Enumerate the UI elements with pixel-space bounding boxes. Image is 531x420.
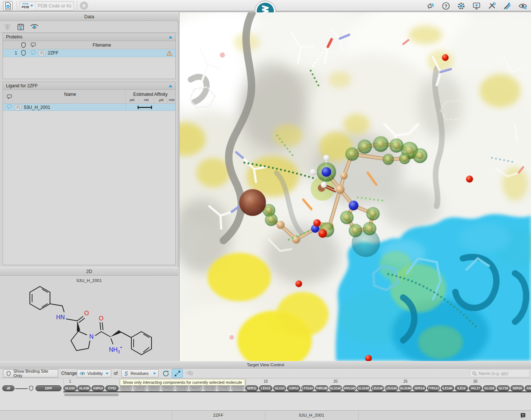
name-column-header: Name	[14, 92, 126, 97]
protein-row[interactable]: 1 2ZFF	[3, 49, 175, 57]
residue-pill[interactable]: ASP21	[525, 385, 531, 391]
residues-dropdown[interactable]: Residues	[121, 369, 159, 377]
residue-pill[interactable]: LYS9	[217, 385, 231, 391]
properties-list-icon[interactable]	[15, 104, 21, 110]
residue-pill-track: GLU1CALA1BASP1ACYS1GLY2LEU3ARG4PRO5LEU6P…	[0, 385, 531, 392]
ligand-row[interactable]: 53U_H_2001	[3, 104, 175, 111]
tools-icon[interactable]	[488, 2, 496, 10]
ruler-tick: 15	[263, 379, 268, 383]
residue-pill[interactable]: GLU14H	[399, 385, 412, 391]
tooltip: Show only interacting components for cur…	[120, 379, 245, 386]
residue-pill[interactable]: GLY19	[497, 385, 510, 391]
affinity-range-bar	[137, 105, 153, 110]
residue-pill[interactable]: GLU18	[483, 385, 496, 391]
residue-pill[interactable]: GLU13	[273, 385, 287, 391]
shield-icon[interactable]	[21, 50, 26, 56]
residues-label: Residues	[131, 371, 149, 376]
show-interacting-button[interactable]	[172, 369, 183, 378]
data-panel-header: Data	[0, 12, 178, 21]
ligand-name: 53U_H_2001	[24, 105, 50, 110]
warning-icon[interactable]	[166, 50, 172, 56]
pdb-search-input[interactable]	[35, 3, 74, 9]
collapse-icon[interactable]	[169, 85, 172, 87]
load-pdb-button[interactable]	[80, 1, 88, 10]
unit-mm: mM	[167, 98, 176, 102]
comment-icon[interactable]	[7, 104, 12, 109]
residue-pill[interactable]: VAL17	[469, 385, 482, 391]
3d-viewport[interactable]	[179, 12, 531, 361]
sequence-scrollbar[interactable]	[64, 394, 119, 396]
residue-pill[interactable]: LYS10	[231, 385, 244, 391]
unit-nm: nM	[140, 98, 153, 102]
ligand-section-header[interactable]: Ligand for 2ZFF	[3, 82, 175, 90]
residue-pill[interactable]: PHE7	[189, 385, 203, 391]
residue-pill[interactable]: ASP14	[287, 385, 300, 391]
residue-pill[interactable]: TYR14J	[427, 385, 440, 391]
residue-pill[interactable]: SER11	[245, 385, 259, 391]
eye-gear-disabled-icon	[185, 370, 194, 377]
reset-view-button[interactable]	[161, 369, 170, 377]
search-icon	[472, 371, 477, 376]
interaction-icon	[174, 370, 181, 377]
visibility-extra-button[interactable]	[185, 370, 194, 378]
settings-gear-icon[interactable]	[457, 2, 465, 10]
twod-structure: HN O O N NH3+	[1, 285, 177, 361]
residue-pill[interactable]: ILE16	[455, 385, 468, 391]
residue-pill[interactable]: ARG14D	[343, 385, 356, 391]
svg-text:?: ?	[444, 4, 447, 9]
sequence-baseline	[63, 391, 531, 392]
residue-pill[interactable]: ALA1B	[77, 385, 91, 391]
residue-pill[interactable]: GLU14C	[329, 385, 343, 391]
chevron-down-icon	[153, 373, 156, 374]
help-icon[interactable]: ?	[442, 2, 450, 10]
data-panel-toolbar	[4, 23, 38, 31]
residue-pill[interactable]: GLU8	[203, 385, 217, 391]
twod-molecule-name: 53U_H_2001	[0, 278, 178, 283]
design-tools-icon[interactable]	[503, 2, 511, 10]
residue-pill[interactable]: SER20	[510, 385, 524, 391]
residue-pill[interactable]: GLY2	[119, 385, 133, 391]
residue-pill[interactable]: LEU12	[259, 385, 272, 391]
proteins-section-header[interactable]: Proteins	[3, 33, 175, 41]
properties-list-icon[interactable]	[39, 50, 45, 56]
residue-pill[interactable]: ILE14K	[441, 385, 454, 391]
residue-pill[interactable]: LYS14A	[301, 385, 315, 391]
residue-pill[interactable]: SER14I	[413, 385, 426, 391]
residue-pill[interactable]: LEU6	[175, 385, 189, 391]
align-icon[interactable]	[4, 23, 11, 31]
residue-pill[interactable]: ARG4	[147, 385, 161, 391]
view-mode-icon[interactable]	[30, 23, 38, 30]
display-settings-icon[interactable]	[472, 2, 481, 10]
show-binding-site-button[interactable]: Show Binding Site Only	[3, 369, 58, 377]
row-index: 1	[10, 50, 17, 56]
nh3-label: NH3+	[109, 345, 122, 354]
residue-pill[interactable]: GLU1C	[63, 385, 77, 391]
comment-icon[interactable]	[31, 50, 36, 55]
residue-pill[interactable]: GLU14E	[357, 385, 370, 391]
residue-pill[interactable]: ASP1A	[91, 385, 105, 391]
residue-pill[interactable]: LEU14G	[385, 385, 398, 391]
save-icon[interactable]	[17, 23, 24, 31]
sequence-ruler: 115202530	[0, 379, 531, 385]
residue-pill[interactable]: CYS1	[105, 385, 119, 391]
residue-pill[interactable]: LEU14F	[371, 385, 384, 391]
new-project-button[interactable]	[3, 1, 13, 10]
pdb-source-dropdown[interactable]: RCSB PDB	[20, 1, 35, 10]
residue-pill[interactable]: THR14B	[315, 385, 328, 391]
view-options-icon[interactable]	[518, 2, 527, 10]
unit-pm: pM	[126, 98, 138, 102]
residue-pill[interactable]: PRO5	[161, 385, 175, 391]
comment-icon	[31, 43, 36, 47]
residue-search-input[interactable]	[479, 371, 527, 376]
data-panel-title: Data	[84, 14, 94, 19]
visibility-dropdown[interactable]: Visibility	[77, 369, 111, 377]
message-icon[interactable]	[520, 413, 526, 419]
announcement-icon[interactable]	[427, 2, 435, 10]
status-ligand: 53U_H_2001	[265, 413, 358, 417]
status-protein: 2ZFF	[172, 413, 265, 417]
comment-icon	[7, 94, 12, 99]
collapse-icon[interactable]	[169, 36, 172, 38]
twod-canvas[interactable]: 53U_H_2001	[0, 276, 178, 361]
play-icon	[83, 3, 86, 8]
residue-pill[interactable]: LEU3	[133, 385, 147, 391]
